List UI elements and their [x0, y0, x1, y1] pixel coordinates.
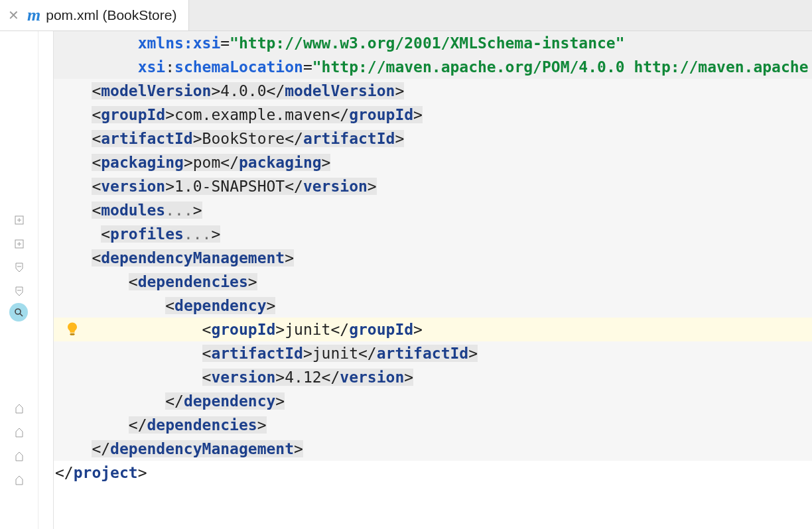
code-line-current: <groupId>junit</groupId>	[54, 318, 812, 341]
code-line: <dependencyManagement>	[54, 246, 812, 270]
code-line: <dependency>	[54, 294, 812, 318]
fold-expand-icon[interactable]	[15, 215, 24, 225]
code-line: xsi:schemaLocation="http://maven.apache.…	[54, 55, 812, 79]
code-line: <modules...>	[54, 198, 812, 222]
code-line: <dependencies>	[54, 270, 812, 294]
tab-bar: ✕ m pom.xml (BookStore)	[0, 0, 812, 31]
code-line: <groupId>com.example.maven</groupId>	[54, 103, 812, 127]
svg-rect-11	[70, 333, 75, 335]
code-line: <version>4.12</version>	[54, 365, 812, 389]
navigate-badge[interactable]	[9, 303, 28, 322]
code-line: xmlns:xsi="http://www.w3.org/2001/XMLSch…	[54, 31, 812, 55]
code-line: </dependencyManagement>	[54, 437, 812, 461]
code-line: </dependency>	[54, 389, 812, 413]
svg-point-9	[15, 309, 21, 314]
svg-line-10	[20, 314, 23, 316]
code-line: <packaging>pom</packaging>	[54, 150, 812, 174]
fold-expand-icon[interactable]	[15, 239, 24, 249]
fold-end-icon[interactable]	[15, 451, 24, 462]
code-line: </project>	[54, 461, 812, 485]
close-icon[interactable]: ✕	[8, 9, 19, 22]
fold-collapse-icon[interactable]	[15, 262, 24, 272]
fold-end-icon[interactable]	[15, 475, 24, 486]
fold-end-icon[interactable]	[15, 428, 24, 438]
code-line: <artifactId>junit</artifactId>	[54, 341, 812, 365]
code-line: <artifactId>BookStore</artifactId>	[54, 127, 812, 150]
file-tab[interactable]: ✕ m pom.xml (BookStore)	[0, 0, 189, 30]
code-line: <modelVersion>4.0.0</modelVersion>	[54, 79, 812, 103]
code-area[interactable]: xmlns:xsi="http://www.w3.org/2001/XMLSch…	[54, 31, 812, 529]
editor: xmlns:xsi="http://www.w3.org/2001/XMLSch…	[0, 31, 812, 529]
fold-end-icon[interactable]	[15, 404, 24, 414]
maven-file-icon: m	[27, 7, 40, 24]
gutter-left	[0, 31, 38, 529]
gutter-right	[38, 31, 54, 529]
intention-bulb-icon[interactable]	[63, 320, 82, 339]
code-line: <profiles...>	[54, 222, 812, 246]
fold-collapse-icon[interactable]	[15, 286, 24, 296]
code-line: </dependencies>	[54, 413, 812, 437]
code-line: <version>1.0-SNAPSHOT</version>	[54, 174, 812, 198]
tab-title: pom.xml (BookStore)	[46, 7, 176, 23]
